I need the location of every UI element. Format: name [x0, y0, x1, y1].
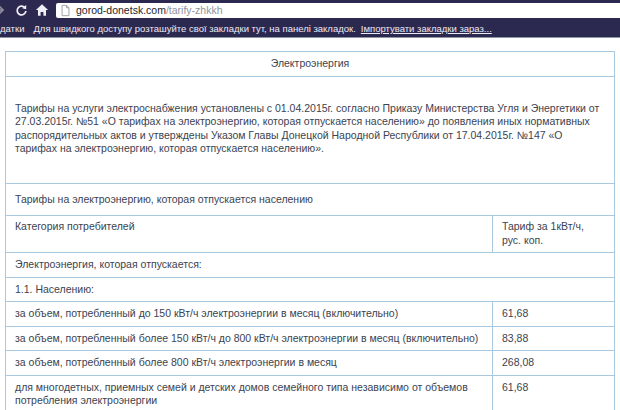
- page-icon: [60, 4, 71, 17]
- category-cell: за объем, потребленный до 150 кВт/ч элек…: [6, 302, 493, 327]
- category-header: Категория потребителей: [6, 216, 493, 253]
- category-cell: за объем, потребленный более 150 кВт/ч д…: [6, 326, 493, 351]
- table-row: за объем, потребленный более 800 кВт/ч э…: [6, 351, 615, 376]
- table-title-row: Электроэнергия: [6, 52, 615, 77]
- category-cell: за объем, потребленный более 800 кВт/ч э…: [6, 351, 493, 376]
- browser-toolbar: gorod-donetsk.com/tarify-zhkkh: [0, 0, 620, 20]
- category-cell: для многодетных, приемных семей и детски…: [6, 375, 493, 410]
- page-content: Электроэнергия Тарифы на услуги электрос…: [0, 51, 620, 410]
- tariff-value-cell: 61,68: [493, 375, 615, 410]
- category-cell: 1.1. Населению:: [6, 277, 615, 302]
- tariff-value-cell: 83,88: [493, 326, 615, 351]
- intro-text: Тарифы на услуги электроснабжения устано…: [6, 76, 615, 183]
- tariff-value-cell: 61,68: [493, 302, 615, 327]
- section-title: Тарифы на электроэнергию, которая отпуск…: [6, 183, 615, 216]
- tariff-value-cell: 268,08: [493, 351, 615, 376]
- url-path: /tarify-zhkkh: [166, 4, 223, 16]
- page-title: Электроэнергия: [6, 52, 615, 77]
- tariff-table: Электроэнергия Тарифы на услуги электрос…: [5, 51, 615, 410]
- table-row: за объем, потребленный более 150 кВт/ч д…: [6, 326, 615, 351]
- bookmarks-truncated-label: датки: [0, 23, 24, 34]
- table-row: за объем, потребленный до 150 кВт/ч элек…: [6, 302, 615, 327]
- intro-row: Тарифы на услуги электроснабжения устано…: [6, 76, 615, 183]
- table-row: 1.1. Населению:: [6, 277, 615, 302]
- table-header-row: Категория потребителей Тариф за 1кВт/ч, …: [6, 216, 615, 253]
- home-icon[interactable]: [35, 3, 49, 17]
- bookmarks-hint: Для швидкого доступу розташуйте свої зак…: [33, 23, 355, 34]
- url-domain: gorod-donetsk.com: [76, 4, 166, 16]
- table-row: Электроэнергия, которая отпускается:: [6, 253, 615, 278]
- category-cell: Электроэнергия, которая отпускается:: [6, 253, 615, 278]
- table-row: для многодетных, приемных семей и детски…: [6, 375, 615, 410]
- forward-icon[interactable]: [0, 3, 7, 17]
- section-title-row: Тарифы на электроэнергию, которая отпуск…: [6, 183, 615, 216]
- import-bookmarks-link[interactable]: Імпортувати закладки зараз...: [361, 23, 492, 34]
- url-text: gorod-donetsk.com/tarify-zhkkh: [76, 4, 223, 16]
- reload-icon[interactable]: [14, 3, 28, 17]
- address-bar[interactable]: gorod-donetsk.com/tarify-zhkkh: [56, 3, 620, 18]
- tariff-header: Тариф за 1кВт/ч, рус. коп.: [493, 216, 615, 253]
- bookmarks-bar: датки Для швидкого доступу розташуйте св…: [0, 20, 620, 38]
